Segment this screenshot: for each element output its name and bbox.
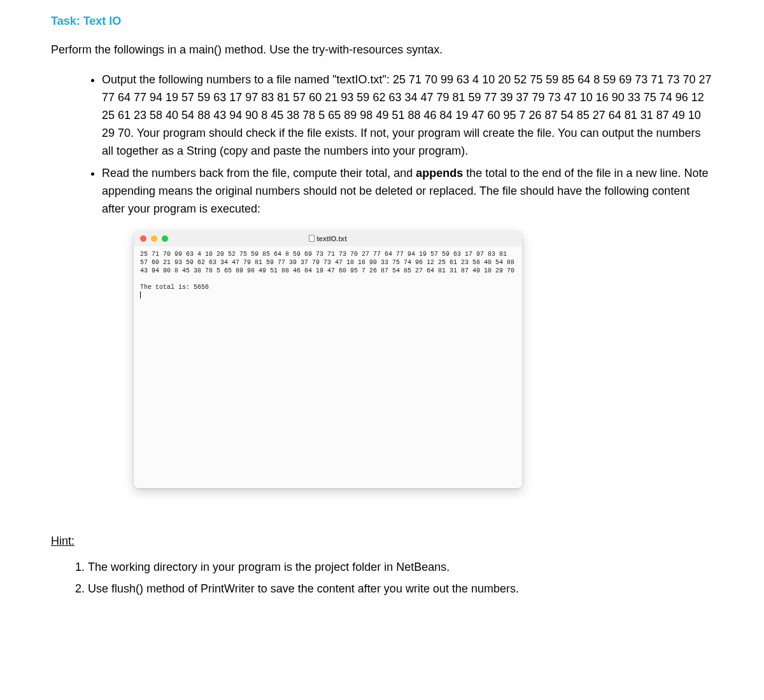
text-cursor	[140, 291, 141, 298]
bullet-list: Output the following numbers to a file n…	[51, 71, 713, 218]
maximize-icon[interactable]	[162, 235, 168, 242]
hint-heading: Hint:	[51, 533, 713, 550]
bullet-item: Output the following numbers to a file n…	[102, 71, 713, 160]
terminal-filename-text: textIO.txt	[316, 235, 347, 242]
hint-item: The working directory in your program is…	[88, 559, 713, 577]
terminal-filename: textIO.txt	[134, 234, 522, 244]
bullet-item: Read the numbers back from the file, com…	[102, 165, 713, 218]
close-icon[interactable]	[140, 235, 146, 242]
terminal-window-wrap: textIO.txt 25 71 70 99 63 4 10 20 52 75 …	[134, 231, 713, 488]
terminal-titlebar: textIO.txt	[134, 231, 522, 246]
task-title: Task: Text IO	[51, 13, 713, 30]
bullet-text: Output the following numbers to a file n…	[102, 73, 711, 157]
bullet-text-bold: appends	[416, 167, 463, 179]
intro-text: Perform the followings in a main() metho…	[51, 41, 713, 59]
hint-item: Use flush() method of PrintWriter to sav…	[88, 580, 713, 598]
hint-list: The working directory in your program is…	[51, 559, 713, 598]
bullet-text-pre: Read the numbers back from the file, com…	[102, 167, 416, 179]
window-controls	[140, 235, 168, 242]
file-icon	[309, 235, 315, 242]
terminal-window: textIO.txt 25 71 70 99 63 4 10 20 52 75 …	[134, 231, 522, 488]
minimize-icon[interactable]	[151, 235, 157, 242]
terminal-total-line: The total is: 5656	[140, 284, 209, 291]
terminal-numbers: 25 71 70 99 63 4 10 20 52 75 59 85 64 8 …	[140, 251, 518, 274]
terminal-body: 25 71 70 99 63 4 10 20 52 75 59 85 64 8 …	[134, 246, 522, 488]
